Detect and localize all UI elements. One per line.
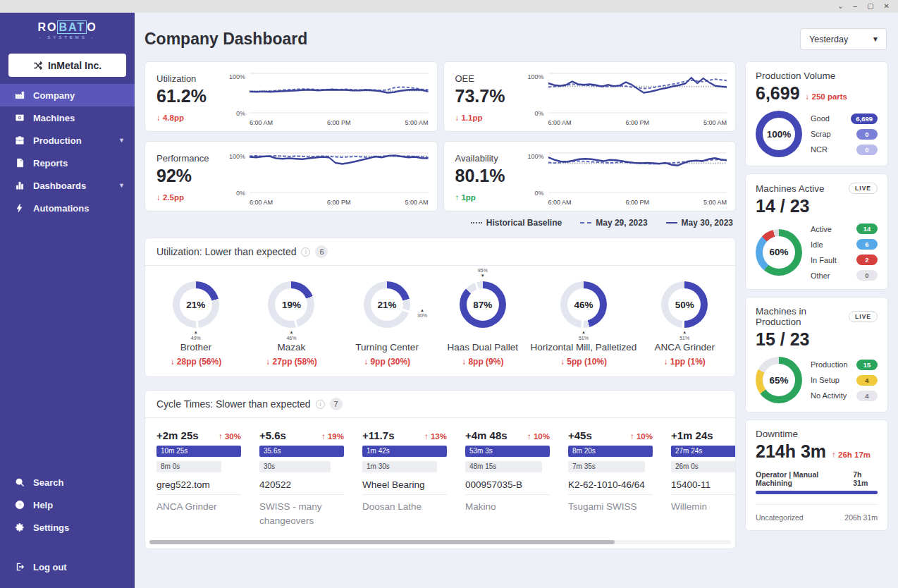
- svg-text:?: ?: [18, 502, 22, 508]
- sidebar-item-settings[interactable]: Settings: [0, 516, 135, 539]
- sidebar-item-logout[interactable]: Log out: [0, 556, 135, 578]
- cycle-time-item: +11.7s↑ 13%1m 42s1m 30sWheel BearingDoos…: [362, 429, 447, 527]
- machines-in-production-card: Machines in ProductionLIVE15 / 2365%Prod…: [745, 297, 888, 412]
- donut-center-value: 46%: [567, 288, 600, 321]
- segment-count-badge: 6: [856, 239, 878, 250]
- cycle-delta-pct: ↑ 19%: [321, 432, 344, 441]
- sidebar-item-help[interactable]: ?Help: [0, 494, 135, 516]
- x-axis-tick-label: 6:00 AM: [250, 199, 273, 207]
- close-icon[interactable]: ✕: [884, 3, 890, 10]
- machine-name: Willemin: [671, 500, 735, 514]
- downtime-bar: [756, 491, 878, 494]
- actual-time-bar: 8m 20s: [568, 446, 653, 457]
- org-switcher-button[interactable]: InMetal Inc.: [8, 54, 126, 77]
- target-label: ▲46%: [286, 330, 296, 341]
- live-badge: LIVE: [849, 183, 878, 194]
- kpi-label: Availability: [455, 153, 498, 164]
- sidebar-item-company[interactable]: Company: [0, 84, 135, 106]
- window-menu-icon[interactable]: ⌄: [837, 3, 843, 10]
- kpi-value: 92%: [156, 166, 224, 186]
- lightning-icon: [14, 202, 25, 214]
- machine-delta-value: 27pp (58%): [272, 357, 316, 367]
- card-delta: ↑ 26h 17m: [832, 451, 871, 459]
- date-range-select[interactable]: Yesterday ▼: [800, 28, 887, 50]
- segment-count-badge: 2: [856, 255, 878, 265]
- maximize-icon[interactable]: ▢: [867, 3, 873, 10]
- machine-delta: ↓ 9pp (30%): [364, 357, 410, 367]
- logo-text-accent: BAT: [57, 20, 87, 34]
- segment-label: Idle: [811, 240, 823, 249]
- kpi-sparkline-chart: [250, 149, 429, 197]
- chevron-down-icon: ▼: [118, 137, 125, 144]
- info-icon[interactable]: i: [301, 247, 310, 257]
- downtime-row: Operator | Manual Machining7h 31m: [756, 470, 878, 487]
- horizontal-scrollbar[interactable]: [149, 540, 731, 544]
- card-value: 14 / 23: [756, 196, 809, 216]
- expected-time-bar: 30s: [259, 461, 331, 472]
- expected-time-bar: 8m 0s: [156, 461, 221, 472]
- arrow-up-icon: ↑: [219, 432, 225, 441]
- machine-delta: ↓ 5pp (10%): [560, 357, 607, 367]
- legend-row-no-activity: No Activity4: [811, 391, 878, 401]
- utilization-donut-0: 21%▲49%Brother↓ 28pp (56%): [148, 281, 244, 367]
- machine-name: Makino: [465, 500, 550, 514]
- utilization-donut-4: 46%▲51%Horizontal Mill, Palletized↓ 5pp …: [531, 281, 637, 367]
- utilization-donut-5: 50%▲51%ANCA Grinder↓ 1pp (1%): [636, 281, 732, 367]
- cycle-time-item: +5.6s↑ 19%35.6s30s420522SWISS - many cha…: [259, 429, 344, 527]
- arrow-icon: ▲: [579, 330, 589, 335]
- sidebar-item-dashboards[interactable]: Dashboards▼: [0, 174, 135, 197]
- sidebar-item-automations[interactable]: Automations: [0, 197, 135, 219]
- document-icon: [14, 157, 25, 169]
- minimize-icon[interactable]: –: [854, 3, 858, 10]
- cycle-time-item: +2m 25s↑ 30%10m 25s8m 0sgreg522.tomANCA …: [156, 429, 241, 527]
- expected-time-bar: 26m 0s: [671, 461, 735, 472]
- arrow-icon: ▲: [679, 330, 689, 335]
- arrow-down-icon: ↓: [156, 193, 163, 202]
- kpi-chart-plot: [548, 69, 727, 117]
- downtime-duration: 206h 31m: [844, 513, 878, 522]
- part-name: 420522: [259, 479, 344, 495]
- part-name: greg522.tom: [156, 479, 241, 495]
- cycle-delta-value: +1m 24s: [671, 429, 713, 441]
- kpi-delta: ↓ 4.8pp: [156, 114, 224, 122]
- arrow-up-icon: ↑: [424, 432, 431, 441]
- sidebar-item-search[interactable]: Search: [0, 471, 135, 494]
- downtime-reason: Operator | Manual Machining: [756, 470, 853, 487]
- legend-row-scrap: Scrap0: [811, 129, 878, 140]
- part-name: K2-62-1010-46/64: [568, 479, 653, 495]
- cycle-delta-pct: ↑ 30%: [219, 432, 241, 441]
- segment-label: Active: [811, 225, 832, 233]
- segment-count-badge: 14: [856, 223, 878, 234]
- sidebar-nav: CompanyMachinesProduction▼ReportsDashboa…: [0, 84, 135, 219]
- sidebar-item-label: Search: [33, 477, 63, 488]
- scrollbar-thumb[interactable]: [149, 540, 615, 544]
- cycle-delta-value: +2m 25s: [156, 429, 199, 441]
- search-icon: [14, 477, 25, 488]
- x-axis-tick-label: 6:00 PM: [327, 119, 351, 127]
- kpi-chart-plot: [250, 69, 429, 117]
- cycle-times-panel-title: Cycle Times: Slower than expected: [156, 398, 311, 410]
- target-label: ▲30%: [417, 308, 427, 319]
- x-axis-tick-label: 6:00 AM: [250, 119, 273, 127]
- cycle-delta-pct: ↑ 10%: [630, 432, 653, 441]
- part-name: 15400-11: [671, 479, 735, 495]
- sidebar-item-production[interactable]: Production▼: [0, 129, 135, 152]
- legend-label: Historical Baseline: [486, 218, 562, 228]
- x-axis-tick-label: 6:00 PM: [625, 119, 649, 127]
- arrow-down-icon: ↓: [156, 114, 163, 122]
- donut-chart: 60%: [756, 229, 802, 276]
- sidebar-footer: Search?HelpSettings Log out: [0, 471, 135, 588]
- arrow-up-icon: ↑: [321, 432, 328, 441]
- machine-name: Turning Center: [355, 342, 419, 353]
- segment-count-badge: 0: [856, 129, 878, 140]
- sidebar-item-machines[interactable]: Machines: [0, 106, 135, 129]
- kpi-delta-value: 2.5pp: [163, 193, 184, 202]
- sidebar-item-reports[interactable]: Reports: [0, 152, 135, 174]
- main-content: Company Dashboard Yesterday ▼ Utilizatio…: [135, 13, 898, 588]
- target-label: ▲51%: [579, 330, 589, 341]
- legend-label: May 29, 2023: [596, 218, 647, 228]
- x-axis-tick-label: 6:00 PM: [327, 199, 351, 207]
- kpi-chart-plot: [250, 149, 429, 197]
- segment-label: Good: [811, 114, 830, 123]
- info-icon[interactable]: i: [316, 400, 325, 409]
